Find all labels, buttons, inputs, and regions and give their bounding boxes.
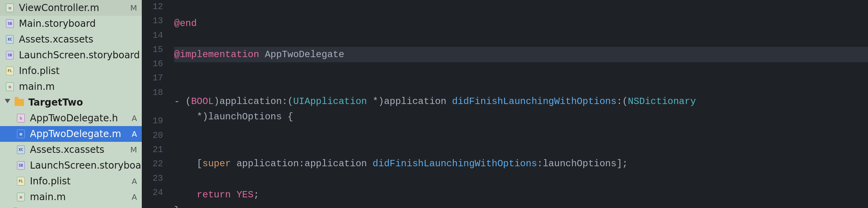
line-numbers: 12 13 14 15 16 17 18 19 20 21 22 23 24 bbox=[142, 0, 170, 208]
sidebar-label: AppTwoDelegate.h bbox=[30, 113, 118, 124]
file-m-icon: m bbox=[16, 129, 26, 139]
code-line bbox=[174, 140, 868, 156]
sidebar-group-products[interactable]: Products bbox=[0, 205, 142, 208]
sidebar-group-targettwo[interactable]: TargetTwo bbox=[0, 95, 142, 110]
code-editor: 12 13 14 15 16 17 18 19 20 21 22 23 24 @… bbox=[142, 0, 868, 208]
code-line: *)launchOptions { bbox=[174, 109, 868, 125]
sidebar-item-launchscreen2[interactable]: SB LaunchScreen.storyboard A bbox=[0, 158, 142, 173]
group-label: TargetTwo bbox=[28, 97, 83, 108]
sidebar-item-info-plist[interactable]: PL Info.plist bbox=[0, 63, 142, 79]
code-line: - (BOOL)application:(UIApplication *)app… bbox=[174, 94, 868, 110]
code-line bbox=[174, 62, 868, 78]
line-num: 16 bbox=[142, 57, 163, 71]
sidebar-item-assets2[interactable]: XC Assets.xcassets M bbox=[0, 142, 142, 158]
file-sb-icon: SB bbox=[16, 160, 26, 171]
sidebar-badge: M bbox=[130, 145, 137, 154]
sidebar-item-main-m[interactable]: m main.m bbox=[0, 79, 142, 95]
file-xcassets-icon: XC bbox=[5, 34, 15, 45]
sidebar-label: AppTwoDelegate.m bbox=[30, 128, 121, 139]
code-line: @implementation AppTwoDelegate bbox=[174, 47, 868, 63]
folder-icon bbox=[14, 97, 24, 108]
code-content[interactable]: @end @implementation AppTwoDelegate - (B… bbox=[170, 0, 868, 208]
file-m-icon: m bbox=[5, 82, 15, 92]
line-num: 24 bbox=[142, 186, 163, 200]
line-num: 22 bbox=[142, 157, 163, 171]
code-line: return YES; bbox=[174, 187, 868, 203]
sidebar-badge: A bbox=[132, 113, 137, 123]
code-line: [super application:application didFinish… bbox=[174, 156, 868, 172]
sidebar-badge: A bbox=[132, 176, 137, 186]
file-m-icon: m bbox=[16, 192, 26, 202]
file-m-icon: m bbox=[5, 3, 15, 13]
sidebar-label: Assets.xcassets bbox=[30, 144, 104, 155]
sidebar-item-info2-plist[interactable]: PL Info.plist A bbox=[0, 173, 142, 189]
sidebar-item-main-storyboard[interactable]: SB Main.storyboard bbox=[0, 16, 142, 32]
line-num: 12 bbox=[142, 0, 163, 14]
sidebar-label: ViewController.m bbox=[19, 2, 99, 13]
sidebar-badge: M bbox=[130, 3, 137, 13]
file-xcassets-icon: XC bbox=[16, 145, 26, 155]
line-num: 13 bbox=[142, 14, 163, 28]
sidebar-label: Info.plist bbox=[19, 65, 59, 76]
code-line: @end bbox=[174, 16, 868, 32]
line-num: 14 bbox=[142, 29, 163, 43]
sidebar-item-viewcontroller-m[interactable]: m ViewController.m M bbox=[0, 0, 142, 16]
code-line: } bbox=[174, 203, 868, 208]
sidebar-badge: A bbox=[132, 129, 137, 139]
sidebar-item-apptwod-h[interactable]: h AppTwoDelegate.h A bbox=[0, 110, 142, 126]
code-line bbox=[174, 0, 868, 16]
line-num bbox=[142, 100, 163, 114]
code-line bbox=[174, 125, 868, 141]
sidebar-item-main2-m[interactable]: m main.m A bbox=[0, 189, 142, 205]
sidebar: m ViewController.m M SB Main.storyboard … bbox=[0, 0, 142, 208]
sidebar-item-apptwod-m[interactable]: m AppTwoDelegate.m A bbox=[0, 126, 142, 142]
file-plist-icon: PL bbox=[16, 176, 26, 186]
line-num: 21 bbox=[142, 143, 163, 157]
file-sb-icon: SB bbox=[5, 50, 15, 60]
sidebar-label: Info.plist bbox=[30, 176, 70, 187]
file-plist-icon: PL bbox=[5, 66, 15, 76]
code-line bbox=[174, 172, 868, 188]
line-num: 15 bbox=[142, 43, 163, 57]
sidebar-label: Assets.xcassets bbox=[19, 34, 93, 45]
sidebar-label: main.m bbox=[19, 81, 55, 92]
line-num: 18 bbox=[142, 86, 163, 100]
sidebar-label: Main.storyboard bbox=[19, 18, 96, 29]
code-line bbox=[174, 31, 868, 47]
expand-icon bbox=[5, 99, 10, 106]
sidebar-badge: A bbox=[132, 192, 137, 202]
file-sb-icon: SB bbox=[5, 19, 15, 29]
sidebar-label: LaunchScreen.storyboard bbox=[19, 50, 140, 61]
sidebar-label: LaunchScreen.storyboard bbox=[30, 160, 142, 171]
line-num: 19 bbox=[142, 114, 163, 128]
sidebar-item-launchscreen[interactable]: SB LaunchScreen.storyboard bbox=[0, 47, 142, 63]
line-num: 23 bbox=[142, 172, 163, 186]
sidebar-label: main.m bbox=[30, 191, 66, 202]
code-area[interactable]: 12 13 14 15 16 17 18 19 20 21 22 23 24 @… bbox=[142, 0, 868, 208]
code-line bbox=[174, 78, 868, 94]
sidebar-item-assets-xcassets[interactable]: XC Assets.xcassets bbox=[0, 32, 142, 47]
line-num: 20 bbox=[142, 129, 163, 143]
file-h-icon: h bbox=[16, 113, 26, 123]
line-num: 17 bbox=[142, 71, 163, 85]
